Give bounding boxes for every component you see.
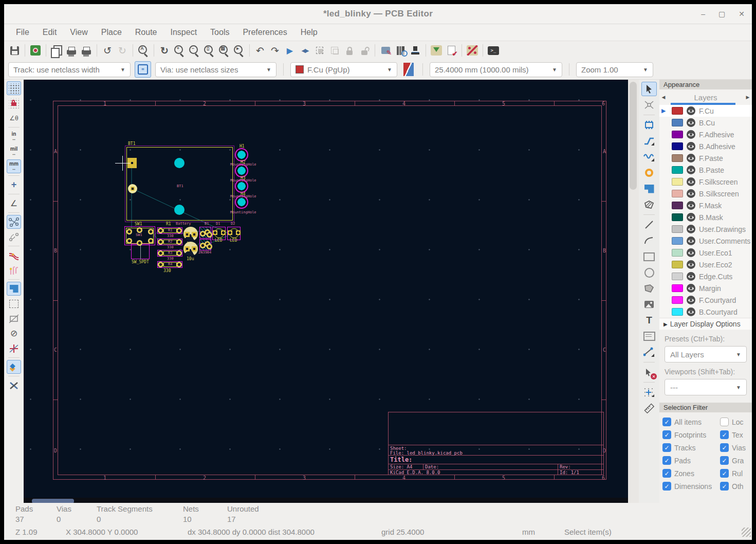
via-size-dropdown[interactable]: Via: use netclass sizes▼	[155, 62, 276, 77]
filter-footprints[interactable]: ✓Footprints	[662, 429, 720, 440]
canvas-hscroll-thumb[interactable]	[32, 499, 74, 503]
pcb-canvas[interactable]: 1 2 3 4 5 6 1 2 3 4 5 6 A B C D A B C D	[24, 80, 628, 503]
polar-coords-icon[interactable]: ∠θ	[7, 111, 21, 125]
menu-edit[interactable]: Edit	[36, 26, 64, 39]
net-color-mode-icon[interactable]	[7, 263, 21, 277]
checkbox-checked-icon[interactable]: ✓	[662, 430, 671, 439]
filter-all-items[interactable]: ✓All items	[662, 416, 720, 427]
switch-pad[interactable]	[137, 227, 142, 233]
switch-pad[interactable]	[137, 240, 142, 246]
close-button[interactable]: ✕	[739, 10, 745, 18]
track-width-dropdown[interactable]: Track: use netclass width▼	[8, 62, 131, 77]
layer-row-bsilkscreen[interactable]: B.Silkscreen	[659, 188, 752, 200]
menu-route[interactable]: Route	[128, 26, 164, 39]
resistor-pad[interactable]	[158, 239, 163, 245]
zoom-selection-icon[interactable]: ▸	[232, 43, 246, 58]
grid-origin-icon[interactable]	[641, 385, 657, 400]
add-rule-area-icon[interactable]	[641, 197, 657, 212]
scripting-console-icon[interactable]: >_	[486, 43, 501, 58]
units-mils-icon[interactable]: mil↔	[7, 144, 21, 158]
layer-dropdown[interactable]: F.Cu (PgUp)▼	[290, 62, 397, 77]
zoom-fit-objects-icon[interactable]: ▨	[217, 43, 231, 58]
checkbox-checked-icon[interactable]: ✓	[662, 418, 671, 426]
sketch-footprints-icon[interactable]	[7, 312, 21, 325]
net-inspector-icon[interactable]	[465, 43, 480, 58]
resistor-pad[interactable]	[158, 262, 163, 267]
layer-color-swatch[interactable]	[672, 190, 683, 197]
track-posture-toggle[interactable]: =	[135, 61, 151, 78]
layer-row-badhesive[interactable]: B.Adhesive	[659, 140, 752, 152]
layer-row-usercomments[interactable]: User.Comments	[659, 235, 752, 247]
layer-color-swatch[interactable]	[672, 284, 683, 292]
flip-icon[interactable]: ▶	[283, 43, 297, 58]
filter-graphics[interactable]: ✓Gra	[720, 455, 752, 466]
layer-row-edgecuts[interactable]: Edge.Cuts	[659, 270, 752, 282]
layer-color-swatch[interactable]	[672, 225, 683, 233]
footprint-editor-icon[interactable]	[378, 43, 393, 58]
checkbox-checked-icon[interactable]: ✓	[662, 443, 671, 452]
layer-visibility-eye-icon[interactable]	[687, 248, 695, 257]
checkbox-checked-icon[interactable]: ✓	[662, 456, 671, 465]
preferences-tools-icon[interactable]	[7, 378, 21, 392]
layer-visibility-eye-icon[interactable]	[687, 307, 695, 316]
layer-visibility-eye-icon[interactable]	[687, 177, 695, 186]
layer-visibility-eye-icon[interactable]	[687, 142, 695, 151]
layer-visibility-eye-icon[interactable]	[687, 296, 695, 304]
layer-color-swatch[interactable]	[672, 273, 683, 280]
layer-row-usereco2[interactable]: User.Eco2	[659, 259, 752, 270]
switch-pad[interactable]	[126, 238, 132, 244]
menu-view[interactable]: View	[63, 26, 94, 39]
layer-visibility-eye-icon[interactable]	[687, 118, 695, 127]
print-icon[interactable]	[64, 43, 79, 58]
footprint-browser-icon[interactable]	[393, 43, 408, 58]
layer-visibility-eye-icon[interactable]	[687, 166, 695, 174]
layer-visibility-eye-icon[interactable]	[687, 213, 695, 222]
presets-dropdown[interactable]: All Layers▼	[665, 346, 747, 362]
add-footprint-icon[interactable]	[641, 118, 657, 132]
add-via-icon[interactable]	[641, 166, 657, 180]
zones-filled-icon[interactable]	[7, 282, 21, 296]
layer-visibility-eye-icon[interactable]	[687, 130, 695, 139]
viewports-dropdown[interactable]: ---▼	[665, 379, 747, 395]
checkbox-unchecked-icon[interactable]	[720, 418, 729, 426]
zones-outline-icon[interactable]	[7, 297, 21, 311]
add-polygon-icon[interactable]	[641, 281, 657, 296]
layer-row-fcu[interactable]: ▶F.Cu	[659, 105, 752, 117]
add-textbox-icon[interactable]	[641, 329, 657, 343]
rotate-ccw-icon[interactable]: ↶	[253, 43, 267, 58]
layer-row-fpaste[interactable]: F.Paste	[659, 152, 752, 164]
update-pcb-icon[interactable]	[429, 43, 444, 58]
checkbox-checked-icon[interactable]: ✓	[720, 482, 729, 491]
layer-color-swatch[interactable]	[672, 308, 683, 316]
units-mm-icon[interactable]: mm↔	[7, 159, 21, 173]
layer-row-fmask[interactable]: F.Mask	[659, 200, 752, 211]
grid-override-icon[interactable]	[7, 96, 21, 110]
redo-icon[interactable]: ↻	[115, 43, 130, 58]
maximize-button[interactable]: ▢	[718, 10, 725, 18]
layer-row-usereco1[interactable]: User.Eco1	[659, 247, 752, 259]
filter-other-items[interactable]: ✓Oth	[720, 481, 752, 492]
filter-pads[interactable]: ✓Pads	[662, 455, 720, 466]
menu-preferences[interactable]: Preferences	[236, 26, 293, 39]
sketch-pads-icon[interactable]: ⊘	[7, 327, 21, 340]
checkbox-checked-icon[interactable]: ✓	[720, 430, 729, 439]
layer-color-swatch[interactable]	[672, 249, 683, 257]
checkbox-checked-icon[interactable]: ✓	[720, 443, 729, 452]
ratsnest-visibility-icon[interactable]	[7, 215, 21, 229]
menu-tools[interactable]: Tools	[204, 26, 236, 39]
add-line-icon[interactable]	[641, 217, 657, 232]
menu-file[interactable]: File	[9, 26, 36, 39]
grid-dropdown[interactable]: 25.4000 mm (1000.00 mils)▼	[430, 62, 562, 77]
add-text-icon[interactable]: T	[641, 313, 657, 328]
tune-length-icon[interactable]	[641, 150, 657, 164]
tab-layers[interactable]: Layers	[668, 93, 744, 102]
layer-color-swatch[interactable]	[672, 142, 683, 150]
layer-row-margin[interactable]: Margin	[659, 282, 752, 294]
free-angle-icon[interactable]: ∠	[7, 196, 21, 210]
filter-text[interactable]: ✓Tex	[720, 429, 752, 440]
title-bar[interactable]: *led_blinky — PCB Editor – ▢ ✕	[4, 4, 752, 24]
layer-color-swatch[interactable]	[672, 107, 683, 115]
resistor-pad[interactable]	[176, 228, 182, 233]
grid-visibility-icon[interactable]	[7, 81, 21, 95]
layer-row-bpaste[interactable]: B.Paste	[659, 164, 752, 176]
